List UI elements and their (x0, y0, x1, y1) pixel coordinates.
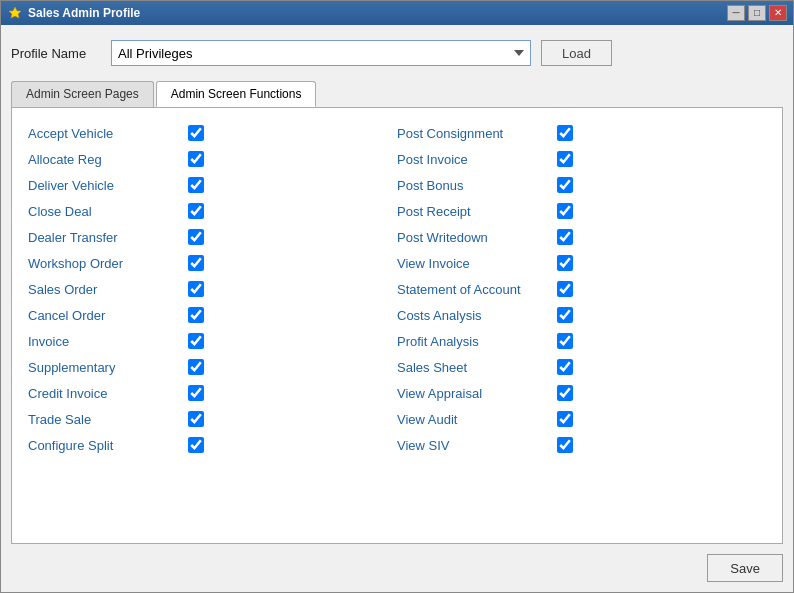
func-check-configure-split (188, 437, 204, 453)
tab-admin-screen-pages[interactable]: Admin Screen Pages (11, 81, 154, 107)
func-check-cancel-order (188, 307, 204, 323)
checkbox-profit-analysis[interactable] (557, 333, 573, 349)
func-row-post-bonus: Post Bonus (397, 172, 766, 198)
func-check-sales-order (188, 281, 204, 297)
func-label-credit-invoice[interactable]: Credit Invoice (28, 386, 188, 401)
func-label-accept-vehicle[interactable]: Accept Vehicle (28, 126, 188, 141)
func-check-invoice (188, 333, 204, 349)
func-label-trade-sale[interactable]: Trade Sale (28, 412, 188, 427)
left-functions-col: Accept Vehicle Allocate Reg Deliver Vehi… (28, 120, 397, 458)
func-check-post-writedown (557, 229, 573, 245)
checkbox-allocate-reg[interactable] (188, 151, 204, 167)
footer-row: Save (11, 544, 783, 582)
checkbox-dealer-transfer[interactable] (188, 229, 204, 245)
func-label-sales-sheet[interactable]: Sales Sheet (397, 360, 557, 375)
checkbox-costs-analysis[interactable] (557, 307, 573, 323)
func-label-statement-of-account[interactable]: Statement of Account (397, 282, 557, 297)
window-controls: ─ □ ✕ (727, 5, 787, 21)
func-check-profit-analysis (557, 333, 573, 349)
checkbox-credit-invoice[interactable] (188, 385, 204, 401)
func-row-statement-of-account: Statement of Account (397, 276, 766, 302)
func-label-costs-analysis[interactable]: Costs Analysis (397, 308, 557, 323)
func-label-close-deal[interactable]: Close Deal (28, 204, 188, 219)
checkbox-accept-vehicle[interactable] (188, 125, 204, 141)
func-check-post-invoice (557, 151, 573, 167)
func-label-profit-analysis[interactable]: Profit Analysis (397, 334, 557, 349)
func-row-costs-analysis: Costs Analysis (397, 302, 766, 328)
func-row-view-invoice: View Invoice (397, 250, 766, 276)
save-button[interactable]: Save (707, 554, 783, 582)
functions-grid: Accept Vehicle Allocate Reg Deliver Vehi… (28, 120, 766, 458)
func-row-supplementary: Supplementary (28, 354, 397, 380)
func-check-post-bonus (557, 177, 573, 193)
func-row-view-audit: View Audit (397, 406, 766, 432)
checkbox-close-deal[interactable] (188, 203, 204, 219)
profile-row: Profile Name All Privileges Basic Manage… (11, 35, 783, 71)
close-button[interactable]: ✕ (769, 5, 787, 21)
func-row-post-consignment: Post Consignment (397, 120, 766, 146)
checkbox-view-invoice[interactable] (557, 255, 573, 271)
load-button[interactable]: Load (541, 40, 612, 66)
func-label-deliver-vehicle[interactable]: Deliver Vehicle (28, 178, 188, 193)
func-check-post-receipt (557, 203, 573, 219)
func-label-supplementary[interactable]: Supplementary (28, 360, 188, 375)
func-label-cancel-order[interactable]: Cancel Order (28, 308, 188, 323)
profile-select-wrap: All Privileges Basic Manager Supervisor (111, 40, 531, 66)
func-row-view-appraisal: View Appraisal (397, 380, 766, 406)
checkbox-post-bonus[interactable] (557, 177, 573, 193)
svg-marker-0 (9, 7, 21, 18)
checkbox-post-consignment[interactable] (557, 125, 573, 141)
func-check-statement-of-account (557, 281, 573, 297)
checkbox-view-audit[interactable] (557, 411, 573, 427)
checkbox-view-siv[interactable] (557, 437, 573, 453)
checkbox-workshop-order[interactable] (188, 255, 204, 271)
func-label-dealer-transfer[interactable]: Dealer Transfer (28, 230, 188, 245)
func-check-deliver-vehicle (188, 177, 204, 193)
func-row-sales-order: Sales Order (28, 276, 397, 302)
func-label-post-writedown[interactable]: Post Writedown (397, 230, 557, 245)
func-label-view-appraisal[interactable]: View Appraisal (397, 386, 557, 401)
checkbox-post-receipt[interactable] (557, 203, 573, 219)
func-check-post-consignment (557, 125, 573, 141)
profile-select[interactable]: All Privileges Basic Manager Supervisor (111, 40, 531, 66)
func-check-workshop-order (188, 255, 204, 271)
func-label-configure-split[interactable]: Configure Split (28, 438, 188, 453)
maximize-button[interactable]: □ (748, 5, 766, 21)
checkbox-sales-sheet[interactable] (557, 359, 573, 375)
func-label-sales-order[interactable]: Sales Order (28, 282, 188, 297)
minimize-button[interactable]: ─ (727, 5, 745, 21)
func-check-dealer-transfer (188, 229, 204, 245)
func-label-post-consignment[interactable]: Post Consignment (397, 126, 557, 141)
func-label-allocate-reg[interactable]: Allocate Reg (28, 152, 188, 167)
func-row-credit-invoice: Credit Invoice (28, 380, 397, 406)
func-label-invoice[interactable]: Invoice (28, 334, 188, 349)
checkbox-invoice[interactable] (188, 333, 204, 349)
checkbox-deliver-vehicle[interactable] (188, 177, 204, 193)
checkbox-configure-split[interactable] (188, 437, 204, 453)
func-label-view-invoice[interactable]: View Invoice (397, 256, 557, 271)
checkbox-post-writedown[interactable] (557, 229, 573, 245)
func-row-workshop-order: Workshop Order (28, 250, 397, 276)
tab-admin-screen-functions[interactable]: Admin Screen Functions (156, 81, 317, 107)
content-area: Accept Vehicle Allocate Reg Deliver Vehi… (11, 107, 783, 544)
checkbox-supplementary[interactable] (188, 359, 204, 375)
func-label-post-invoice[interactable]: Post Invoice (397, 152, 557, 167)
checkbox-post-invoice[interactable] (557, 151, 573, 167)
checkbox-view-appraisal[interactable] (557, 385, 573, 401)
checkbox-sales-order[interactable] (188, 281, 204, 297)
func-label-post-bonus[interactable]: Post Bonus (397, 178, 557, 193)
func-label-view-audit[interactable]: View Audit (397, 412, 557, 427)
func-row-accept-vehicle: Accept Vehicle (28, 120, 397, 146)
checkbox-cancel-order[interactable] (188, 307, 204, 323)
checkbox-trade-sale[interactable] (188, 411, 204, 427)
func-label-workshop-order[interactable]: Workshop Order (28, 256, 188, 271)
func-row-sales-sheet: Sales Sheet (397, 354, 766, 380)
checkbox-statement-of-account[interactable] (557, 281, 573, 297)
func-label-post-receipt[interactable]: Post Receipt (397, 204, 557, 219)
tabs-row: Admin Screen Pages Admin Screen Function… (11, 81, 783, 107)
main-window: Sales Admin Profile ─ □ ✕ Profile Name A… (0, 0, 794, 593)
func-label-view-siv[interactable]: View SIV (397, 438, 557, 453)
window-body: Profile Name All Privileges Basic Manage… (1, 25, 793, 592)
app-icon (7, 5, 23, 21)
func-row-invoice: Invoice (28, 328, 397, 354)
